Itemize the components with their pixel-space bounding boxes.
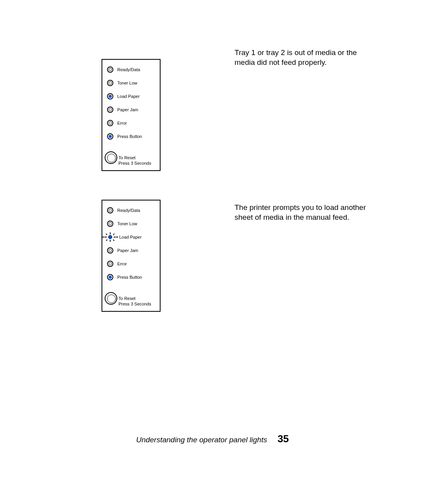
led-row: Toner Low bbox=[105, 79, 157, 87]
led-label: Load Paper bbox=[117, 94, 140, 99]
reset-text: To Reset Press 3 Seconds bbox=[118, 296, 151, 307]
led-label: Paper Jam bbox=[117, 107, 138, 112]
led-label: Toner Low bbox=[117, 221, 137, 226]
led-press-button-icon bbox=[107, 133, 113, 140]
led-row: Paper Jam bbox=[105, 246, 157, 254]
led-row: Paper Jam bbox=[105, 106, 157, 114]
led-label: Toner Low bbox=[117, 81, 137, 85]
reset-button-icon bbox=[105, 151, 117, 164]
led-row: Error bbox=[105, 260, 157, 268]
reset-button-icon bbox=[105, 292, 117, 305]
led-label: Paper Jam bbox=[117, 248, 138, 253]
led-label: Error bbox=[117, 261, 127, 266]
reset-line1: To Reset bbox=[118, 155, 151, 160]
led-load-paper-blink-icon bbox=[106, 233, 114, 241]
led-label: Press Button bbox=[117, 275, 142, 280]
led-label: Error bbox=[117, 121, 127, 125]
reset-row: To Reset Press 3 Seconds bbox=[105, 292, 157, 307]
led-toner-low-icon bbox=[107, 80, 113, 86]
operator-panel-1: Ready/Data Toner Low Load Paper Paper Ja… bbox=[102, 59, 161, 171]
operator-panel-2: Ready/Data Toner Low Load Paper bbox=[102, 200, 161, 312]
led-row: Ready/Data bbox=[105, 206, 157, 214]
led-label: Load Paper bbox=[119, 235, 142, 239]
led-row: Load Paper bbox=[105, 233, 157, 241]
page-footer: Understanding the operator panel lights … bbox=[0, 433, 425, 445]
description-2: The printer prompts you to load another … bbox=[235, 203, 368, 222]
led-row: Press Button bbox=[105, 273, 157, 281]
reset-row: To Reset Press 3 Seconds bbox=[105, 151, 157, 166]
page-content: Ready/Data Toner Low Load Paper Paper Ja… bbox=[0, 0, 425, 504]
led-ready-data-icon bbox=[107, 207, 113, 213]
led-press-button-icon bbox=[107, 274, 113, 280]
led-error-icon bbox=[107, 261, 113, 267]
footer-title: Understanding the operator panel lights bbox=[136, 436, 267, 444]
led-row: Error bbox=[105, 119, 157, 127]
led-load-paper-icon bbox=[107, 93, 113, 99]
led-label: Ready/Data bbox=[117, 67, 140, 72]
led-row: Ready/Data bbox=[105, 66, 157, 74]
led-label: Press Button bbox=[117, 134, 142, 139]
led-row: Toner Low bbox=[105, 220, 157, 228]
led-label: Ready/Data bbox=[117, 208, 140, 213]
page-number: 35 bbox=[277, 433, 289, 445]
reset-line1: To Reset bbox=[118, 296, 151, 301]
led-row: Press Button bbox=[105, 132, 157, 140]
reset-text: To Reset Press 3 Seconds bbox=[118, 155, 151, 166]
led-paper-jam-icon bbox=[107, 247, 113, 254]
reset-line2: Press 3 Seconds bbox=[118, 160, 151, 166]
led-row: Load Paper bbox=[105, 92, 157, 100]
reset-line2: Press 3 Seconds bbox=[118, 301, 151, 307]
led-ready-data-icon bbox=[107, 66, 113, 73]
led-toner-low-icon bbox=[107, 221, 113, 227]
description-1: Tray 1 or tray 2 is out of media or the … bbox=[235, 48, 368, 67]
led-error-icon bbox=[107, 120, 113, 126]
led-paper-jam-icon bbox=[107, 107, 113, 113]
